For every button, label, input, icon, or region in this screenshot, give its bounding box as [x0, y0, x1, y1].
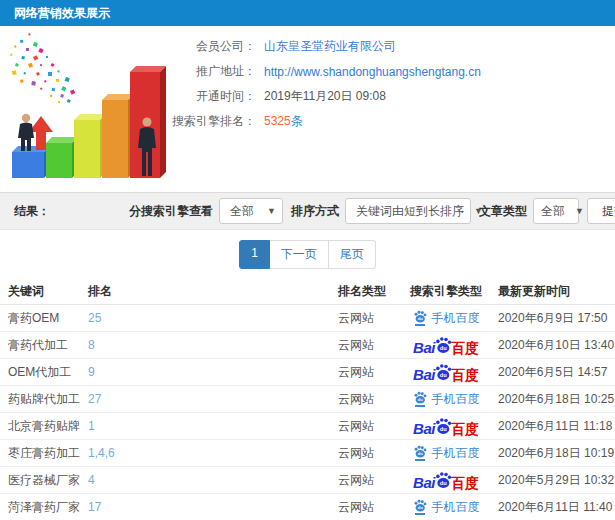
keyword-cell: OEM代加工	[0, 364, 80, 381]
header-bar: 网络营销效果展示	[0, 0, 615, 26]
promo-url-label: 推广地址：	[170, 63, 256, 80]
svg-text:du: du	[417, 316, 423, 321]
rank-type-cell: 云网站	[338, 418, 400, 435]
promo-url-link[interactable]: http://www.shandonghuangshengtang.cn	[264, 65, 481, 79]
rank-type-cell: 云网站	[338, 472, 400, 489]
member-company-row: 会员公司： 山东皇圣堂药业有限公司	[170, 34, 615, 59]
table-row: 膏药代加工 8 云网站 Bai du 百度	[0, 332, 615, 359]
member-company-link[interactable]: 山东皇圣堂药业有限公司	[264, 38, 396, 55]
baidu-logo: Bai du 百度	[413, 417, 479, 436]
header-rank-type: 排名类型	[338, 283, 400, 300]
sort-filter-label: 排序方式	[291, 203, 339, 220]
chevron-down-icon: ▼	[575, 206, 584, 216]
company-info-fields: 会员公司： 山东皇圣堂药业有限公司 推广地址： http://www.shand…	[170, 26, 615, 192]
rank-type-cell: 云网站	[338, 337, 400, 354]
filter-controls: 分搜索引擎查看 全部 ▼ 排序方式 关键词由短到长排序 ▼ 文章类型 全部 ▼ …	[121, 198, 615, 224]
open-time-row: 开通时间： 2019年11月20日 09:08	[170, 84, 615, 109]
svg-text:du: du	[440, 372, 447, 378]
promo-url-row: 推广地址： http://www.shandonghuangshengtang.…	[170, 59, 615, 84]
filter-bar: 结果： 分搜索引擎查看 全部 ▼ 排序方式 关键词由短到长排序 ▼ 文章类型 全…	[0, 192, 615, 230]
updated-cell: 2020年6月5日 14:57	[492, 364, 615, 381]
growth-chart-illustration	[0, 30, 170, 190]
pagination: 1 下一页 尾页	[239, 240, 376, 269]
rank-link[interactable]: 27	[88, 392, 101, 406]
page-title: 网络营销效果展示	[14, 5, 110, 22]
engine-cell: Bai du 百度	[400, 417, 492, 436]
svg-text:du: du	[417, 451, 423, 456]
rank-type-cell: 云网站	[338, 391, 400, 408]
svg-text:du: du	[440, 480, 447, 486]
mobile-baidu-logo: du 手机百度	[413, 499, 480, 516]
sort-select[interactable]: 关键词由短到长排序 ▼	[345, 198, 471, 224]
mobile-baidu-logo: du 手机百度	[413, 310, 480, 327]
rank-count-row: 搜索引擎排名： 5325条	[170, 109, 615, 134]
table-row: 枣庄膏药加工 1,4,6 云网站 Bai du 百度	[0, 440, 615, 467]
result-label: 结果：	[14, 203, 50, 220]
updated-cell: 2020年6月18日 10:25	[492, 391, 615, 408]
table-header: 关键词 排名 排名类型 搜索引擎类型 最新更新时间	[0, 278, 615, 305]
sort-select-value: 关键词由短到长排序	[356, 203, 464, 220]
mobile-baidu-logo: du 手机百度	[413, 445, 480, 462]
mobile-paw-icon: du	[413, 391, 427, 407]
engine-select-value: 全部	[230, 203, 254, 220]
article-type-select[interactable]: 全部 ▼	[533, 198, 579, 224]
page-1-button[interactable]: 1	[239, 240, 270, 269]
rank-link[interactable]: 9	[88, 365, 95, 379]
rank-count-value: 5325条	[264, 113, 303, 130]
mobile-baidu-label: 手机百度	[432, 310, 480, 327]
keyword-cell: 膏药代加工	[0, 337, 80, 354]
table-row: OEM代加工 9 云网站 Bai du 百度	[0, 359, 615, 386]
info-section: 会员公司： 山东皇圣堂药业有限公司 推广地址： http://www.shand…	[0, 26, 615, 192]
rank-type-cell: 云网站	[338, 445, 400, 462]
rank-type-cell: 云网站	[338, 364, 400, 381]
baidu-bai-text: Bai	[413, 367, 435, 382]
table-row: 药贴牌代加工 27 云网站 Bai du 百度	[0, 386, 615, 413]
rank-link[interactable]: 25	[88, 311, 101, 325]
updated-cell: 2020年5月29日 10:32	[492, 472, 615, 489]
baidu-logo: Bai du 百度	[413, 336, 479, 355]
baidu-logo: Bai du 百度	[413, 363, 479, 382]
rank-link[interactable]: 1	[88, 419, 95, 433]
chevron-down-icon: ▼	[267, 206, 276, 216]
baidu-cn-text: 百度	[451, 368, 479, 382]
svg-text:du: du	[417, 505, 423, 510]
updated-cell: 2020年6月11日 11:40	[492, 499, 615, 516]
table-body: 膏药OEM 25 云网站 Bai du 百度	[0, 305, 615, 520]
baidu-paw-icon: du	[434, 336, 452, 354]
header-keyword: 关键词	[0, 283, 80, 300]
rank-type-cell: 云网站	[338, 499, 400, 516]
header-rank: 排名	[80, 283, 338, 300]
rank-link[interactable]: 4	[88, 473, 95, 487]
engine-select[interactable]: 全部 ▼	[219, 198, 283, 224]
mobile-paw-icon: du	[413, 445, 427, 461]
mobile-paw-icon: du	[413, 310, 427, 326]
engine-cell: Bai du 百度	[400, 310, 492, 327]
svg-text:du: du	[440, 426, 447, 432]
rank-link[interactable]: 1,4,6	[88, 446, 115, 460]
updated-cell: 2020年6月10日 13:40	[492, 337, 615, 354]
table-row: 北京膏药贴牌 1 云网站 Bai du 百度	[0, 413, 615, 440]
baidu-paw-icon: du	[434, 471, 452, 489]
svg-text:du: du	[417, 397, 423, 402]
engine-cell: Bai du 百度	[400, 336, 492, 355]
engine-cell: Bai du 百度	[400, 471, 492, 490]
rank-link[interactable]: 8	[88, 338, 95, 352]
updated-cell: 2020年6月11日 11:18	[492, 418, 615, 435]
keyword-cell: 菏泽膏药厂家	[0, 499, 80, 516]
next-page-button[interactable]: 下一页	[270, 240, 329, 269]
baidu-cn-text: 百度	[451, 422, 479, 436]
svg-text:du: du	[440, 345, 447, 351]
mobile-baidu-label: 手机百度	[432, 391, 480, 408]
last-page-button[interactable]: 尾页	[329, 240, 376, 269]
submit-button[interactable]: 提交	[587, 198, 615, 224]
engine-cell: Bai du 百度	[400, 499, 492, 516]
rank-link[interactable]: 17	[88, 500, 101, 514]
engine-cell: Bai du 百度	[400, 363, 492, 382]
rank-count-label: 搜索引擎排名：	[170, 113, 256, 130]
baidu-logo: Bai du 百度	[413, 471, 479, 490]
baidu-paw-icon: du	[434, 417, 452, 435]
baidu-bai-text: Bai	[413, 475, 435, 490]
mobile-baidu-logo: du 手机百度	[413, 391, 480, 408]
open-time-label: 开通时间：	[170, 88, 256, 105]
rank-count-number: 5325	[264, 114, 291, 128]
